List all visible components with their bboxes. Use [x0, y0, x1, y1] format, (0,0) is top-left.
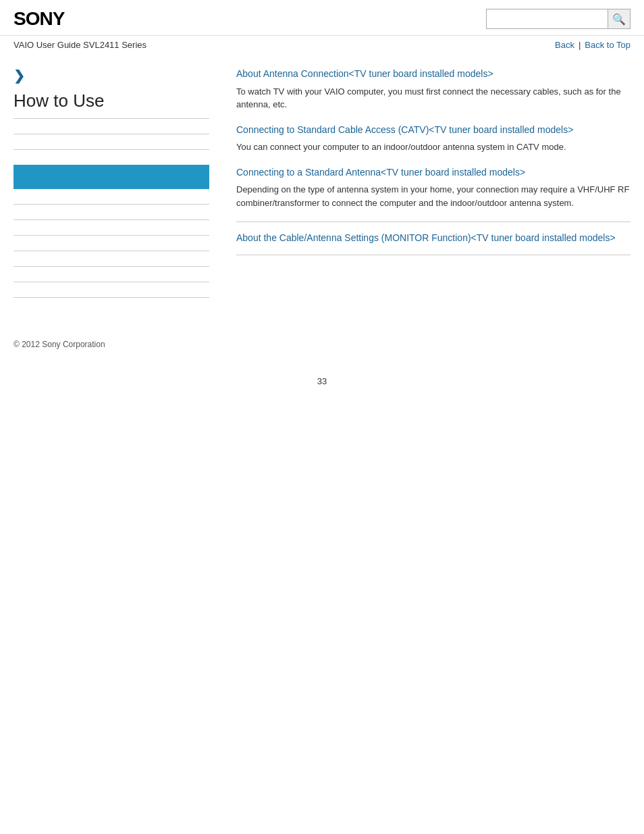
- search-button[interactable]: 🔍: [608, 9, 630, 29]
- sidebar-divider-2: [14, 149, 209, 150]
- content-link-4[interactable]: About the Cable/Antenna Settings (MONITO…: [236, 232, 630, 245]
- content-section-1: About Antenna Connection<TV tuner board …: [236, 68, 630, 111]
- sony-logo: SONY: [14, 8, 64, 30]
- content-area: About Antenna Connection<TV tuner board …: [223, 68, 630, 313]
- sidebar: ❯ How to Use: [14, 68, 223, 313]
- main-container: ❯ How to Use About Antenna Connection<TV…: [0, 54, 644, 326]
- content-divider-2: [236, 255, 630, 255]
- content-link-1[interactable]: About Antenna Connection<TV tuner board …: [236, 68, 630, 81]
- back-to-top-link[interactable]: Back to Top: [585, 40, 630, 50]
- header: SONY 🔍: [0, 0, 644, 36]
- footer-copyright: © 2012 Sony Corporation: [0, 326, 644, 356]
- search-input[interactable]: [486, 9, 608, 29]
- content-section-2: Connecting to Standard Cable Access (CAT…: [236, 124, 630, 154]
- content-section-4: About the Cable/Antenna Settings (MONITO…: [236, 232, 630, 245]
- content-text-2: You can connect your computer to an indo…: [236, 140, 630, 154]
- content-text-3: Depending on the type of antenna system …: [236, 183, 630, 209]
- sidebar-divider-7: [14, 266, 209, 267]
- chevron-icon: ❯: [14, 68, 209, 84]
- nav-links: Back | Back to Top: [555, 40, 630, 50]
- content-section-3: Connecting to a Standard Antenna<TV tune…: [236, 166, 630, 210]
- search-icon: 🔍: [612, 13, 626, 26]
- sidebar-highlight-item[interactable]: [14, 165, 209, 189]
- content-link-2[interactable]: Connecting to Standard Cable Access (CAT…: [236, 124, 630, 137]
- nav-separator: |: [579, 40, 581, 50]
- page-number: 33: [0, 356, 644, 400]
- search-area: 🔍: [486, 9, 630, 29]
- sidebar-divider-9: [14, 297, 209, 298]
- subheader: VAIO User Guide SVL2411 Series Back | Ba…: [0, 36, 644, 54]
- content-text-1: To watch TV with your VAIO computer, you…: [236, 85, 630, 111]
- back-link[interactable]: Back: [555, 40, 574, 50]
- sidebar-divider-5: [14, 235, 209, 236]
- sidebar-section-title: How to Use: [14, 90, 209, 119]
- sidebar-divider-1: [14, 134, 209, 134]
- content-divider: [236, 221, 630, 222]
- sidebar-divider-4: [14, 219, 209, 220]
- sidebar-divider-3: [14, 204, 209, 205]
- guide-title: VAIO User Guide SVL2411 Series: [14, 40, 146, 50]
- sidebar-divider-8: [14, 282, 209, 282]
- sidebar-divider-6: [14, 251, 209, 251]
- content-link-3[interactable]: Connecting to a Standard Antenna<TV tune…: [236, 166, 630, 180]
